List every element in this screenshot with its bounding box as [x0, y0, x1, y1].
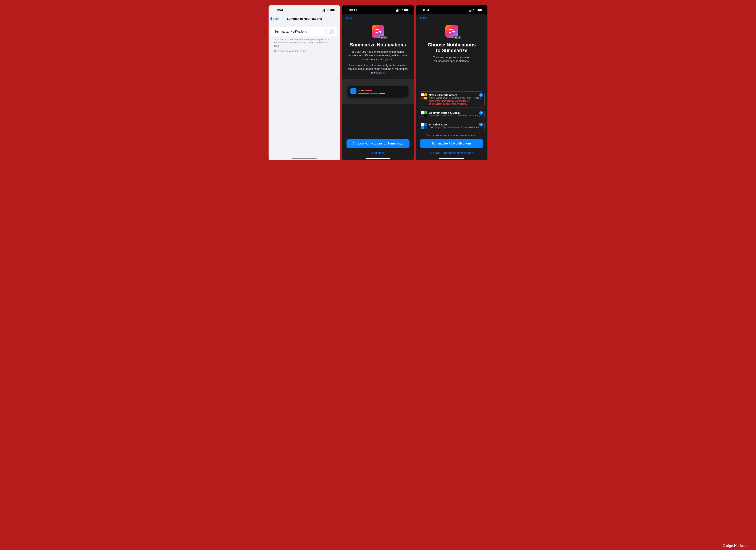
- back-button[interactable]: Back: [270, 17, 279, 21]
- intro-title: Summarize Notifications: [350, 42, 406, 48]
- cellular-icon: [469, 9, 472, 12]
- category-warning: Temporarily unavailable. Summaries will …: [429, 99, 482, 106]
- svg-rect-1: [330, 9, 334, 11]
- svg-rect-4: [404, 9, 408, 11]
- summary-glyph-icon: [448, 28, 455, 35]
- back-label: Back: [346, 16, 353, 19]
- status-time: 09:41: [423, 8, 431, 12]
- wifi-icon: [400, 9, 403, 11]
- preview-app-icon: [350, 88, 356, 94]
- svg-rect-11: [482, 10, 482, 11]
- notification-preview: ↳: [348, 86, 408, 97]
- summarize-app-icon: BETA: [445, 25, 458, 38]
- battery-icon: [404, 9, 409, 11]
- app-mini-icon: [421, 123, 424, 126]
- cellular-icon: [322, 9, 325, 12]
- app-mini-icon: [424, 93, 427, 96]
- category-app-icons: [421, 93, 427, 99]
- summary-glyph-icon: [374, 28, 382, 35]
- chevron-left-icon: [270, 17, 272, 21]
- summary-glyph-mini-icon: ↳: [358, 89, 360, 92]
- app-mini-icon: [424, 126, 427, 129]
- battery-icon: [330, 9, 335, 11]
- beta-badge: BETA: [453, 36, 461, 39]
- category-row[interactable]: Communication & Social Gmail, Messages, …: [419, 109, 485, 119]
- page-title: Summarize Notifications: [287, 17, 322, 21]
- status-bar: 09:41: [342, 5, 414, 15]
- summarize-all-button[interactable]: Summarize All Notifications: [420, 139, 483, 148]
- status-icons: [469, 9, 483, 12]
- app-mini-icon: [421, 111, 424, 114]
- svg-rect-2: [335, 10, 335, 11]
- intro-paragraph-2: This beta feature will occasionally make…: [348, 63, 408, 74]
- category-title: Communication & Social: [429, 111, 482, 114]
- do-not-summarize-link[interactable]: Do Not Summarize Notifications: [420, 151, 483, 155]
- wifi-icon: [326, 9, 329, 11]
- not-now-link[interactable]: Not Now: [347, 151, 409, 155]
- beta-disclaimer: This is a beta feature. Summaries may co…: [420, 134, 483, 137]
- nav-bar: Back Summarize Notifications: [269, 15, 340, 23]
- notification-preview-area: ↳: [342, 79, 414, 104]
- home-indicator: [366, 158, 390, 159]
- back-label: Back: [272, 17, 279, 21]
- app-mini-icon: [424, 123, 427, 126]
- svg-rect-10: [478, 9, 482, 11]
- category-title: All Other Apps: [429, 123, 482, 126]
- choose-subtitle: You can change summarization for individ…: [433, 55, 470, 63]
- settings-group: Summarize Notifications Summarize conten…: [271, 27, 337, 53]
- category-list: News & Entertainment News, Watch Duty, C…: [416, 89, 487, 131]
- checkmark-icon[interactable]: [479, 111, 483, 115]
- toggle-switch[interactable]: [325, 29, 334, 34]
- back-button[interactable]: Back: [416, 15, 487, 20]
- cellular-icon: [396, 9, 399, 12]
- category-subtitle: News, Watch Duty, CNN, IMDb, NYTimes, Po…: [429, 96, 482, 99]
- footer-text-1: Summarize content in direct messages and…: [271, 36, 337, 48]
- home-indicator: [439, 158, 464, 159]
- toggle-label: Summarize Notifications: [274, 30, 307, 33]
- category-subtitle: Gmail, Messages, Slack, X, Snapchat, Ins…: [429, 114, 482, 117]
- app-mini-icon: [424, 97, 427, 99]
- status-time: 09:41: [276, 8, 283, 12]
- category-title: News & Entertainment: [429, 93, 482, 96]
- watermark: GadgetHacks.com: [723, 543, 751, 548]
- back-button[interactable]: Back: [342, 15, 414, 20]
- app-mini-icon: [421, 126, 424, 129]
- choose-title: Choose Notifications to Summarize: [428, 42, 476, 54]
- svg-rect-5: [408, 10, 409, 11]
- app-mini-icon: [421, 114, 424, 117]
- back-label: Back: [419, 16, 426, 19]
- app-mini-icon: [421, 97, 424, 99]
- screen-choose: 09:41 Back: [416, 5, 487, 160]
- intro-paragraph-1: You can use Apple Intelligence to summar…: [348, 50, 408, 61]
- summarize-app-icon: BETA: [372, 25, 384, 38]
- status-icons: [396, 9, 409, 12]
- screen-intro: 09:41 Back: [342, 5, 414, 160]
- wifi-icon: [473, 9, 476, 11]
- category-app-icons: [421, 111, 427, 117]
- category-row[interactable]: All Other Apps Nest, Bing, Ring, WorldWi…: [419, 121, 485, 131]
- app-mini-icon: [424, 114, 427, 117]
- category-row[interactable]: News & Entertainment News, Watch Duty, C…: [419, 91, 485, 107]
- checkmark-icon[interactable]: [479, 123, 483, 127]
- checkmark-icon[interactable]: [479, 93, 483, 97]
- battery-icon: [477, 9, 482, 11]
- beta-badge: BETA: [380, 36, 388, 39]
- choose-notifications-button[interactable]: Choose Notifications to Summarize: [347, 139, 409, 148]
- app-mini-icon: [424, 111, 427, 114]
- status-time: 09:41: [349, 8, 357, 12]
- screen-settings: 09:41 Back Summarize Notifications Summa…: [269, 5, 340, 160]
- category-subtitle: Nest, Bing, Ring, WorldWinner, Drive, He…: [429, 126, 482, 129]
- status-bar: 09:41: [269, 5, 340, 15]
- status-bar: 09:41: [416, 5, 487, 15]
- status-icons: [322, 9, 335, 12]
- summarize-toggle-row[interactable]: Summarize Notifications: [271, 27, 337, 36]
- category-app-icons: [421, 123, 427, 129]
- footer-text-2: Summaries may contain errors.: [271, 48, 337, 53]
- home-indicator: [292, 158, 317, 159]
- app-mini-icon: [421, 93, 424, 96]
